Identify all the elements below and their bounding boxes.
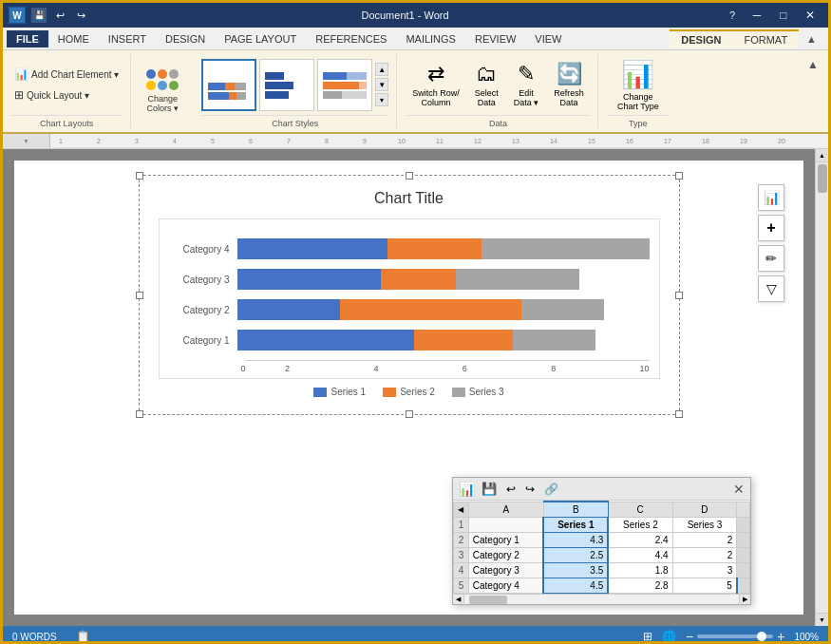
row-1-series3[interactable]: Series 3	[672, 518, 737, 533]
legend-series3: Series 3	[452, 387, 504, 397]
chart-container[interactable]: Chart Title Category 4 Category 3	[139, 175, 680, 415]
styles-scroll-expand[interactable]: ▾	[375, 93, 388, 106]
panel-save-btn[interactable]: 💾	[479, 481, 500, 497]
handle-tm[interactable]	[406, 172, 413, 180]
web-layout-icon[interactable]: 🌐	[662, 630, 676, 643]
ribbon-collapse-arrow[interactable]: ▲	[803, 54, 822, 128]
ribbon-collapse[interactable]: ▲	[799, 30, 824, 47]
menu-review[interactable]: REVIEW	[465, 30, 525, 47]
zoom-slider-area[interactable]: − +	[686, 629, 784, 644]
menu-file[interactable]: FILE	[7, 30, 48, 47]
row-5-s2[interactable]: 2.8	[608, 578, 672, 594]
minimize-button[interactable]: ─	[745, 3, 769, 28]
help-button[interactable]: ?	[722, 5, 743, 26]
bar-seg-1-s2	[414, 330, 513, 350]
scroll-thumb[interactable]	[818, 164, 827, 193]
hscroll-track[interactable]	[464, 595, 739, 604]
context-tab-format[interactable]: FORMAT	[732, 29, 799, 48]
maximize-button[interactable]: □	[771, 3, 796, 28]
row-1-col-a[interactable]	[468, 518, 543, 533]
chart-style-1[interactable]	[201, 59, 256, 111]
row-2-s2[interactable]: 2.4	[608, 533, 672, 548]
row-1-series2[interactable]: Series 2	[608, 518, 672, 533]
row-3-s3[interactable]: 2	[672, 548, 737, 563]
menu-references[interactable]: REFERENCES	[306, 30, 396, 47]
switch-row-column-button[interactable]: ⇄ Switch Row/ Column	[406, 58, 465, 111]
close-button[interactable]: ✕	[798, 3, 822, 28]
row-4-s3[interactable]: 3	[672, 563, 737, 578]
row-3-label[interactable]: Category 2	[468, 548, 543, 563]
quick-access-save[interactable]: 💾	[31, 8, 47, 23]
row-5-s3[interactable]: 5	[672, 578, 737, 594]
row-2-s1[interactable]: 4.3	[543, 533, 608, 548]
row-4-s1[interactable]: 3.5	[543, 563, 608, 578]
menu-design[interactable]: DESIGN	[156, 30, 215, 47]
zoom-minus[interactable]: −	[686, 629, 693, 644]
handle-bm[interactable]	[406, 410, 413, 418]
chart-icon-brush[interactable]: ✏	[758, 245, 784, 272]
edit-data-label: Edit Data ▾	[514, 88, 539, 107]
category-label-4: Category 4	[169, 244, 237, 255]
context-tab-design[interactable]: DESIGN	[670, 29, 732, 48]
quick-access-undo[interactable]: ↩	[52, 8, 67, 23]
handle-mr[interactable]	[675, 292, 683, 299]
chart-icon-type[interactable]: 📊	[758, 184, 784, 211]
chart-icon-filter[interactable]: ▽	[758, 275, 784, 302]
scroll-down-btn[interactable]: ▼	[816, 613, 829, 626]
menu-insert[interactable]: INSERT	[99, 30, 156, 47]
panel-undo-btn[interactable]: ↩	[503, 482, 519, 497]
change-colors-button[interactable]: Change Colors ▾	[133, 54, 192, 128]
panel-link-btn[interactable]: 🔗	[541, 482, 561, 497]
chart-style-3[interactable]	[317, 59, 372, 111]
panel-redo-btn[interactable]: ↪	[522, 482, 538, 497]
row-3-s1[interactable]: 2.5	[543, 548, 608, 563]
menu-view[interactable]: VIEW	[525, 30, 571, 47]
col-a-header[interactable]: A	[468, 502, 543, 518]
row-4-s2[interactable]: 1.8	[608, 563, 672, 578]
change-chart-type-button[interactable]: 📊 Change Chart Type	[610, 55, 667, 115]
color-dot-3	[169, 69, 179, 79]
hscroll-left[interactable]: ◀	[453, 595, 464, 605]
refresh-data-button[interactable]: 🔄 Refresh Data	[548, 58, 590, 111]
row-4-label[interactable]: Category 3	[468, 563, 543, 578]
menu-mailings[interactable]: MAILINGS	[396, 30, 465, 47]
handle-ml[interactable]	[136, 292, 143, 299]
data-h-scrollbar[interactable]: ◀ ▶	[453, 594, 750, 604]
zoom-track[interactable]	[697, 635, 773, 638]
category-label-1: Category 1	[169, 335, 237, 346]
hscroll-right[interactable]: ▶	[739, 595, 750, 605]
row-3-s2[interactable]: 4.4	[608, 548, 672, 563]
scroll-left-btn[interactable]: ◀	[454, 502, 469, 518]
row-2-s3[interactable]: 2	[672, 533, 737, 548]
x-axis: 0 2 4 6 8 10	[245, 360, 650, 373]
handle-tl[interactable]	[136, 172, 143, 180]
menu-page-layout[interactable]: PAGE LAYOUT	[215, 30, 306, 47]
row-2-label[interactable]: Category 1	[468, 533, 543, 548]
col-b-header[interactable]: B	[543, 502, 608, 518]
styles-scroll-down[interactable]: ▼	[375, 78, 388, 91]
menu-home[interactable]: HOME	[48, 30, 99, 47]
row-1-series1[interactable]: Series 1	[543, 518, 608, 533]
row-5-s1[interactable]: 4.5	[543, 578, 608, 594]
handle-tr[interactable]	[675, 172, 683, 180]
row-5-label[interactable]: Category 4	[468, 578, 543, 594]
styles-scroll: ▲ ▼ ▾	[375, 63, 388, 106]
handle-bl[interactable]	[136, 410, 143, 418]
layout-icon[interactable]: ⊞	[643, 630, 652, 643]
panel-close-btn[interactable]: ✕	[733, 482, 745, 497]
col-d-header[interactable]: D	[672, 502, 737, 518]
quick-access-redo[interactable]: ↪	[73, 8, 88, 23]
track-changes-icon[interactable]: 📋	[76, 630, 90, 643]
edit-data-button[interactable]: ✎ Edit Data ▾	[508, 58, 545, 111]
col-c-header[interactable]: C	[608, 502, 672, 518]
chart-icon-add[interactable]: +	[758, 215, 784, 241]
chart-style-2[interactable]	[259, 59, 314, 111]
select-data-button[interactable]: 🗂 Select Data	[469, 58, 504, 111]
scroll-up-btn[interactable]: ▲	[816, 149, 829, 162]
quick-layout-button[interactable]: ⊞ Quick Layout ▾	[10, 86, 123, 104]
add-chart-element-button[interactable]: 📊 Add Chart Element ▾	[10, 66, 123, 83]
handle-br[interactable]	[675, 410, 683, 418]
styles-scroll-up[interactable]: ▲	[375, 63, 388, 76]
svg-text:18: 18	[702, 138, 709, 144]
zoom-plus[interactable]: +	[777, 629, 784, 644]
